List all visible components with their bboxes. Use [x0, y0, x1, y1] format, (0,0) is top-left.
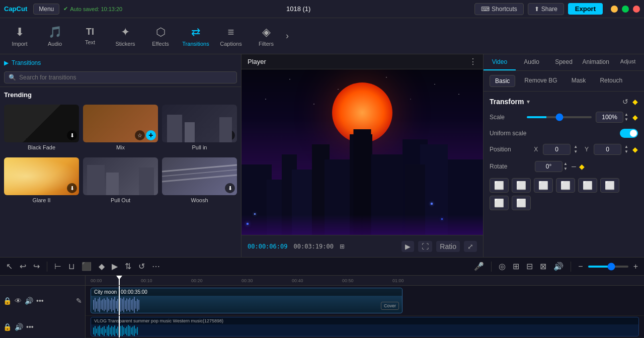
maximize-button[interactable]: [622, 6, 629, 13]
toolbar-text[interactable]: TI Text: [72, 19, 108, 54]
minimize-button[interactable]: [611, 6, 618, 13]
toolbar-more-button[interactable]: ›: [284, 29, 291, 43]
video-clip[interactable]: City moon 00:00:35:00: [91, 288, 403, 313]
align-center-v-btn[interactable]: ⬜: [578, 178, 597, 193]
rotate-reset-icon[interactable]: –: [572, 162, 576, 171]
x-down[interactable]: ▼: [573, 149, 579, 154]
tl-zoom-in-btn[interactable]: +: [631, 261, 640, 272]
tl-zoom-slider[interactable]: [588, 266, 628, 268]
cover-button[interactable]: Cover: [381, 302, 399, 310]
export-button[interactable]: Export: [568, 3, 603, 15]
subtab-retouch[interactable]: Retouch: [595, 75, 627, 87]
download-icon-black-fade[interactable]: ⬇: [67, 130, 77, 140]
subtab-basic[interactable]: Basic: [490, 75, 515, 87]
toolbar-transitions[interactable]: ⇄ Transitions: [178, 19, 213, 54]
tl-more-btn[interactable]: ⋯: [150, 261, 162, 272]
tl-vol-btn[interactable]: 🔊: [551, 261, 566, 272]
tl-snap-btn[interactable]: ◎: [497, 261, 508, 272]
y-up[interactable]: ▲: [623, 144, 629, 149]
tab-speed[interactable]: Speed: [548, 54, 580, 70]
tl-link-btn[interactable]: ⊞: [511, 261, 521, 272]
toolbar-import[interactable]: ⬇ Import: [2, 19, 37, 54]
tl-select-btn[interactable]: ↖: [4, 261, 15, 272]
lock-icon-audio[interactable]: 🔒: [3, 323, 12, 331]
tl-video-btn[interactable]: ⊠: [538, 261, 548, 272]
rotate-up[interactable]: ▲: [562, 161, 569, 166]
tab-adjust[interactable]: Adjust: [612, 54, 644, 70]
tl-split-btn[interactable]: ⊢: [52, 261, 63, 272]
ratio-button[interactable]: Ratio: [436, 241, 460, 252]
play-button[interactable]: ▶: [401, 241, 414, 252]
tab-audio[interactable]: Audio: [516, 54, 548, 70]
transition-card-woosh[interactable]: ⬇ Woosh: [162, 157, 237, 206]
transition-card-pull-in[interactable]: ⬇ Pull in: [162, 105, 237, 153]
toolbar-audio[interactable]: 🎵 Audio: [37, 19, 72, 54]
tl-delete-btn[interactable]: ⊔: [66, 261, 76, 272]
tl-zoom-out-btn[interactable]: −: [576, 261, 585, 272]
edit-cover-btn[interactable]: ✎: [76, 297, 82, 305]
toolbar-filters[interactable]: ◈ Filters: [249, 19, 284, 54]
scale-up[interactable]: ▲: [623, 112, 629, 117]
tl-crop-btn[interactable]: ⬛: [79, 261, 94, 272]
rotate-keyframe[interactable]: ◆: [579, 162, 585, 171]
scale-keyframe[interactable]: ◆: [632, 113, 638, 121]
scale-slider[interactable]: [527, 116, 592, 118]
align-v-distribute-btn[interactable]: ⬜: [512, 196, 531, 210]
tl-redo-btn[interactable]: ↪: [31, 261, 42, 272]
tab-animation[interactable]: Animation: [580, 54, 612, 70]
shortcuts-button[interactable]: ⌨ Shortcuts: [474, 3, 524, 15]
subtab-remove-bg[interactable]: Remove BG: [519, 75, 562, 87]
share-button[interactable]: ⬆ Share: [528, 3, 564, 15]
search-input[interactable]: [19, 74, 232, 81]
toolbar-captions[interactable]: ≡ Captions: [213, 19, 249, 54]
add-icon-mix[interactable]: +: [146, 130, 156, 140]
audio-icon-video[interactable]: 🔊: [25, 297, 33, 305]
eye-icon-video[interactable]: 👁: [15, 297, 22, 305]
audio-clip[interactable]: VLOG Transparent summer pop music Wester…: [91, 317, 639, 336]
x-up[interactable]: ▲: [573, 144, 579, 149]
position-keyframe[interactable]: ◆: [632, 145, 638, 153]
y-input[interactable]: [594, 144, 621, 155]
grid-icon[interactable]: ⊞: [340, 243, 345, 250]
star-icon-mix[interactable]: ☆: [135, 130, 145, 140]
align-right-btn[interactable]: ⬜: [534, 178, 553, 193]
subtab-mask[interactable]: Mask: [567, 75, 591, 87]
transform-collapse-icon[interactable]: ▾: [527, 99, 530, 105]
tl-keyframe-btn[interactable]: ◆: [97, 261, 107, 272]
audio-icon-audio[interactable]: 🔊: [15, 323, 23, 331]
scale-input[interactable]: [596, 112, 623, 123]
tl-flip-btn[interactable]: ⇅: [123, 261, 133, 272]
tl-undo-btn[interactable]: ↩: [18, 261, 28, 272]
toolbar-effects[interactable]: ⬡ Effects: [143, 19, 178, 54]
menu-button[interactable]: Menu: [33, 4, 59, 15]
rotate-down[interactable]: ▼: [562, 166, 569, 172]
tl-audio-btn[interactable]: ⊟: [524, 261, 535, 272]
transition-card-black-fade[interactable]: ⬇ Black Fade: [4, 105, 79, 153]
toolbar-stickers[interactable]: ✦ Stickers: [108, 19, 143, 54]
reset-icon[interactable]: ↺: [622, 98, 628, 106]
scale-down[interactable]: ▼: [623, 117, 629, 122]
fullscreen-button[interactable]: ⤢: [464, 241, 477, 252]
transition-card-glare-ii[interactable]: ⬇ Glare II: [4, 157, 79, 206]
tl-play-btn[interactable]: ▶: [110, 261, 120, 272]
align-top-btn[interactable]: ⬜: [556, 178, 575, 193]
align-bottom-btn[interactable]: ⬜: [600, 178, 619, 193]
diamond-icon[interactable]: ◆: [632, 98, 638, 106]
zoom-fit-button[interactable]: ⛶: [418, 241, 432, 252]
search-bar[interactable]: 🔍: [4, 71, 237, 83]
x-input[interactable]: [543, 144, 571, 155]
rotate-input[interactable]: [535, 161, 562, 172]
uniform-scale-toggle[interactable]: [620, 129, 638, 138]
download-icon-woosh[interactable]: ⬇: [225, 183, 235, 193]
tl-mic-btn[interactable]: 🎤: [472, 261, 486, 272]
lock-icon-video[interactable]: 🔒: [3, 297, 12, 305]
tab-video[interactable]: Video: [484, 54, 516, 70]
more-icon-video[interactable]: •••: [36, 297, 44, 305]
align-center-h-btn[interactable]: ⬜: [512, 178, 531, 193]
transition-card-pull-out[interactable]: Pull Out: [83, 157, 158, 206]
align-left-btn[interactable]: ⬜: [490, 178, 509, 193]
tl-rotate-btn[interactable]: ↺: [136, 261, 147, 272]
y-down[interactable]: ▼: [623, 149, 629, 154]
more-icon-audio[interactable]: •••: [26, 323, 34, 331]
transition-card-mix[interactable]: ☆ + Mix: [83, 105, 158, 153]
